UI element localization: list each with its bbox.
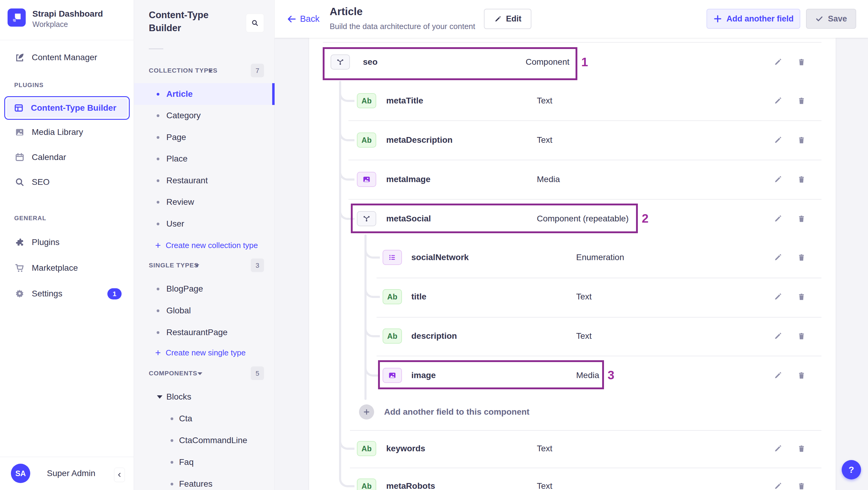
subnav-item-review[interactable]: Review [134, 191, 275, 213]
subnav-section-label: COLLECTION TYPES [149, 67, 217, 74]
create-new-type-link[interactable]: +Create new single type [134, 344, 275, 362]
save-button[interactable]: Save [806, 9, 856, 29]
subnav-item-restaurant[interactable]: Restaurant [134, 170, 275, 191]
subnav-item-blogpage[interactable]: BlogPage [134, 278, 275, 300]
delete-field-button[interactable] [797, 332, 806, 341]
subnav-item-label: Features [179, 479, 213, 489]
collapse-sidebar-button[interactable] [114, 468, 125, 482]
edit-field-button[interactable] [773, 58, 782, 66]
field-type: Component [526, 57, 569, 67]
pencil-icon [494, 15, 502, 23]
subnav-item-article[interactable]: Article [134, 83, 275, 105]
subnav-section-header[interactable]: COMPONENTS5 [134, 367, 275, 380]
subnav-item-restaurantpage[interactable]: RestaurantPage [134, 321, 275, 343]
bullet-icon [157, 223, 159, 225]
edit-label: Edit [506, 14, 521, 24]
calendar-icon [14, 152, 25, 163]
subnav-group-blocks[interactable]: Blocks [134, 386, 275, 408]
content-type-builder-icon [13, 102, 24, 114]
delete-field-button[interactable] [797, 135, 806, 145]
tree-line-seo [339, 81, 341, 474]
edit-field-button[interactable] [773, 253, 782, 262]
search-button[interactable] [246, 13, 264, 32]
delete-field-button[interactable] [797, 58, 806, 66]
delete-field-button[interactable] [797, 482, 806, 490]
back-link[interactable]: Back [287, 0, 319, 38]
row-divider [348, 120, 822, 121]
plus-icon: + [155, 240, 161, 251]
row-divider [350, 468, 822, 468]
strapi-logo-icon [7, 8, 26, 27]
delete-field-button[interactable] [797, 444, 806, 453]
nav-item-calendar[interactable]: Calendar [0, 149, 134, 166]
field-name: metaRobots [386, 481, 435, 490]
field-name: image [411, 370, 436, 380]
subnav-section-header[interactable]: SINGLE TYPES3 [134, 258, 275, 272]
delete-field-button[interactable] [797, 214, 806, 223]
settings-notification-badge: 1 [107, 288, 122, 300]
tree-elbow [339, 435, 354, 450]
edit-field-button[interactable] [773, 332, 782, 341]
subnav-item-label: User [166, 219, 184, 229]
component-field-icon [357, 211, 376, 226]
edit-field-button[interactable] [773, 96, 782, 105]
plus-icon [713, 14, 722, 23]
field-type: Text [576, 292, 592, 302]
field-type: Text [537, 444, 552, 453]
add-component-field-button[interactable] [359, 404, 374, 420]
selected-indicator [272, 83, 275, 105]
subnav-item-label: Review [166, 197, 194, 207]
check-icon [815, 14, 824, 23]
delete-field-button[interactable] [797, 292, 806, 301]
edit-field-button[interactable] [773, 482, 782, 490]
chevron-down-icon [197, 372, 202, 375]
edit-field-button[interactable] [773, 135, 782, 145]
bullet-icon [170, 483, 173, 486]
add-another-field-button[interactable]: Add another field [707, 9, 800, 29]
nav-item-plugins[interactable]: Plugins [0, 234, 134, 251]
user-avatar[interactable]: SA [11, 464, 30, 483]
edit-field-button[interactable] [773, 214, 782, 223]
delete-field-button[interactable] [797, 96, 806, 105]
edit-field-button[interactable] [773, 292, 782, 301]
chevron-down-icon [208, 69, 213, 72]
create-new-type-link[interactable]: +Create new collection type [134, 236, 275, 254]
delete-field-button[interactable] [797, 371, 806, 380]
add-field-label: Add another field [726, 14, 794, 24]
subnav-item-features[interactable]: Features [134, 473, 275, 490]
subnav-item-category[interactable]: Category [134, 105, 275, 126]
create-link-label: Create new collection type [166, 241, 258, 250]
field-name: description [411, 331, 457, 341]
edit-button[interactable]: Edit [484, 9, 531, 29]
subnav-item-place[interactable]: Place [134, 148, 275, 170]
add-component-field-label[interactable]: Add another field to this component [384, 407, 530, 417]
gear-icon [14, 288, 25, 299]
subnav-section-header[interactable]: COLLECTION TYPES7 [134, 64, 275, 77]
tree-elbow [339, 472, 354, 487]
delete-field-button[interactable] [797, 175, 806, 184]
fields-panel: seoComponentAbmetaTitleTextAbmetaDescrip… [309, 38, 836, 490]
subnav-item-ctacommandline[interactable]: CtaCommandLine [134, 429, 275, 451]
edit-field-button[interactable] [773, 444, 782, 453]
subnav-section-count-badge: 7 [251, 64, 264, 78]
edit-field-button[interactable] [773, 175, 782, 184]
nav-item-media-library[interactable]: Media Library [0, 124, 134, 141]
nav-item-marketplace[interactable]: Marketplace [0, 259, 134, 276]
bullet-icon [157, 331, 159, 334]
nav-item-seo[interactable]: SEO [0, 174, 134, 190]
delete-field-button[interactable] [797, 253, 806, 262]
bullet-icon [170, 418, 173, 420]
edit-field-button[interactable] [773, 371, 782, 380]
subnav-item-faq[interactable]: Faq [134, 451, 275, 473]
subnav-item-label: Category [166, 111, 201, 120]
subnav-item-page[interactable]: Page [134, 126, 275, 148]
text-field-icon: Ab [357, 132, 376, 148]
nav-item-content-type-builder[interactable]: Content-Type Builder [4, 96, 130, 120]
subnav-item-cta[interactable]: Cta [134, 408, 275, 429]
help-button[interactable]: ? [842, 460, 861, 480]
subnav-item-user[interactable]: User [134, 213, 275, 235]
subnav-item-global[interactable]: Global [134, 300, 275, 321]
tree-elbow [339, 87, 354, 102]
nav-item-content-manager[interactable]: Content Manager [0, 49, 134, 66]
nav-item-label: Media Library [32, 127, 83, 137]
